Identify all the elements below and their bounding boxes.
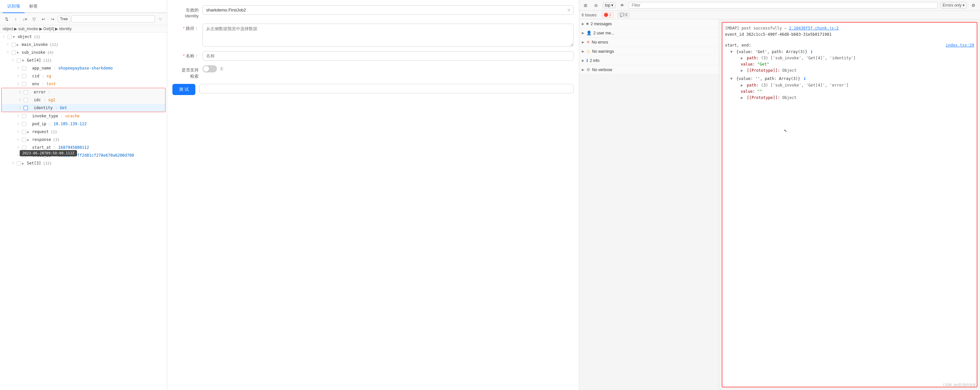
expand-arrow[interactable]: ▶ [17, 43, 21, 46]
error-badge[interactable]: 🔴 1 [601, 12, 614, 18]
tree-row[interactable]: ⠿ ▶ response {3} [0, 136, 167, 143]
drag-handle: ⠿ [17, 67, 21, 70]
undo-btn[interactable]: ↩ [39, 15, 47, 23]
filter-icon-btn[interactable]: ▽ [156, 15, 164, 23]
checkbox[interactable] [22, 122, 26, 126]
tree-row[interactable]: ⠿ ▶ start_at ： 1687945800112 2023-06-28T… [0, 143, 167, 151]
path-expand-icon[interactable]: ▶ [741, 56, 743, 60]
checkbox[interactable] [17, 161, 21, 166]
drag-handle: ⠿ [6, 43, 11, 46]
console-group-header[interactable]: ▶ ≡ 2 messages [579, 19, 719, 28]
count-badge: {2} [34, 35, 40, 39]
console-group-header-verbose[interactable]: ▶ ⚙ No verbose [579, 65, 719, 74]
tab-tags[interactable]: 标签 [25, 0, 42, 13]
tree-row[interactable]: ⠿ ▶ Set[3] {12} [0, 159, 167, 167]
errors-only-label[interactable]: Errors only ▾ [940, 2, 967, 8]
shengxiao-input[interactable] [202, 5, 574, 15]
console-group-verbose: ▶ ⚙ No verbose [579, 65, 719, 75]
colon: ： [54, 105, 58, 111]
index-link[interactable]: index.tsx:29 [946, 42, 974, 48]
checkbox[interactable] [22, 130, 26, 134]
clear-icon[interactable]: ✕ [567, 8, 571, 13]
eye-icon-btn[interactable]: 👁 [618, 1, 626, 9]
collapse-up-btn[interactable]: ↑ [12, 15, 20, 23]
expand-arrow[interactable]: ▶ [27, 138, 31, 142]
grid-icon-btn[interactable]: ⊞ [582, 1, 590, 9]
value-text: 1687945800112 [58, 145, 89, 150]
checkbox[interactable] [24, 90, 28, 94]
tree-row[interactable]: ⠿ ▶ pod_ip ： 10.105.139.122 [0, 120, 167, 128]
tree-row-error[interactable]: ⠿ ▶ error ： [2, 88, 165, 96]
expand-arrow: ▶ [27, 115, 31, 118]
expand-arrow: ▶ [29, 91, 33, 94]
debug-obj2-path: ▶ path: (3) ['sub_invoke', 'Get[4]', 'er… [730, 82, 974, 89]
checkbox[interactable] [24, 98, 28, 102]
console-group-header-warnings[interactable]: ▶ ⚠ No warnings [579, 47, 719, 56]
tree-row[interactable]: ⠿ ▶ env ： test [0, 80, 167, 88]
expand-arrow[interactable]: ▼ [13, 35, 17, 39]
top-label: top [605, 3, 611, 8]
test-input[interactable] [199, 84, 574, 93]
value-text: shopeepaybase-sharkdemo [58, 66, 113, 70]
value-content-2: "" [757, 89, 762, 94]
console-group-header-errors[interactable]: ▶ ✕ No errors [579, 38, 719, 46]
expand-btn[interactable]: ⇅ [3, 15, 11, 23]
tree-row-idc[interactable]: ⠿ ▶ idc ： sg2 [2, 96, 165, 104]
tree-row[interactable]: ⠿ ▶ app_name ： shopeepaybase-sharkdemo [0, 64, 167, 72]
checkbox[interactable] [22, 138, 26, 142]
comment-badge[interactable]: 💬 5 [617, 12, 630, 18]
tree-row[interactable]: ⠿ ▶ invoke_type ： ucache [0, 112, 167, 120]
circle-icon-btn[interactable]: ⊘ [592, 1, 600, 9]
expand-icon[interactable]: ▼ [730, 49, 733, 54]
checkbox[interactable] [22, 74, 26, 78]
proto-expand-icon[interactable]: ▶ [741, 68, 743, 73]
filter-input[interactable] [628, 2, 937, 8]
expand-arrow[interactable]: ▼ [17, 51, 21, 54]
tree-content: ⠿ ▼ object {2} ⠿ ▶ main_invoke {12} ⠿ ▼ … [0, 33, 167, 390]
expand-arrow[interactable]: ▶ [22, 162, 26, 165]
sort-btn[interactable]: ↓≡ [21, 15, 29, 23]
proto-expand-icon-2[interactable]: ▶ [741, 96, 743, 100]
tree-search-input[interactable] [72, 15, 155, 22]
mingcheng-input[interactable] [202, 51, 574, 60]
path-expand-icon-2[interactable]: ▶ [741, 83, 743, 88]
debug-obj2: ▼ {value: '', path: Array(3)} ℹ ▶ path: … [725, 76, 974, 101]
expand-icon-2[interactable]: ▼ [730, 76, 733, 81]
debug-file-link[interactable]: 2.10438f5f.chunk.js:2 [789, 26, 839, 30]
checkbox[interactable] [11, 43, 16, 47]
checkbox[interactable] [17, 58, 21, 63]
tree-row[interactable]: ⠿ ▼ object {2} [0, 33, 167, 41]
checkbox[interactable] [22, 145, 26, 150]
expand-arrow: ▶ [27, 67, 31, 70]
key-text: main_invoke [22, 42, 48, 47]
tree-row[interactable]: ⠿ ▶ main_invoke {12} [0, 41, 167, 48]
user-icon: 👤 [586, 30, 592, 35]
tree-row[interactable]: ⠿ ▶ request {1} [0, 128, 167, 136]
console-group-header-info[interactable]: ▶ ℹ 2 info [579, 56, 719, 65]
tab-identify[interactable]: 识别项 [3, 0, 25, 13]
console-group-header-user[interactable]: ▶ 👤 2 user me... [579, 29, 719, 37]
checkbox[interactable] [24, 106, 28, 110]
checkbox[interactable] [11, 51, 16, 55]
settings-icon-btn[interactable]: ⚙ [969, 1, 977, 9]
expand-arrow[interactable]: ▶ [27, 130, 31, 134]
key-text: env [32, 81, 39, 86]
checkbox[interactable] [22, 114, 26, 118]
filter-btn[interactable]: ▽ [30, 15, 38, 23]
tree-row-identity[interactable]: ⠿ ▶ identity ： Get [2, 104, 165, 112]
tree-row[interactable]: ⠿ ▼ sub_invoke {4} [0, 48, 167, 56]
proto-value: Object [782, 68, 797, 73]
tree-row[interactable]: ⠿ ▶ cid ： sg [0, 72, 167, 80]
view-select[interactable]: Tree [58, 16, 70, 22]
test-button[interactable]: 测 试 [172, 84, 195, 95]
count-badge: {12} [43, 58, 52, 63]
expand-arrow[interactable]: ▼ [22, 59, 26, 62]
tree-row[interactable]: ⠿ ▼ Get[4] {12} [0, 56, 167, 64]
lujing-textarea[interactable] [202, 24, 574, 46]
checkbox[interactable] [8, 35, 12, 39]
checkbox[interactable] [22, 82, 26, 86]
top-badge[interactable]: top ▾ [603, 2, 616, 8]
redo-btn[interactable]: ↪ [49, 15, 56, 23]
toggle-switch[interactable] [202, 65, 217, 72]
checkbox[interactable] [22, 66, 26, 70]
